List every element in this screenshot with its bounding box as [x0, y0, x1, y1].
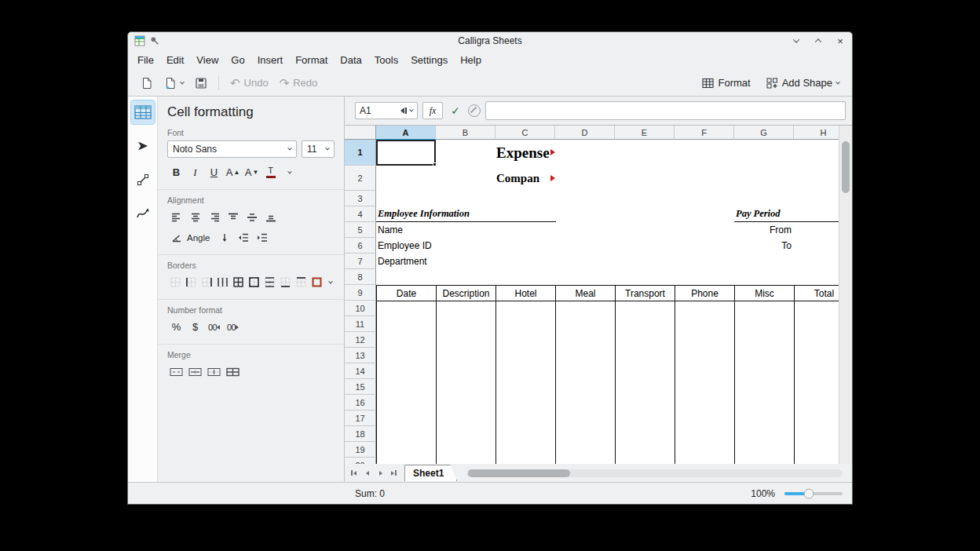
chevron-down-icon[interactable]: [409, 108, 414, 112]
row-header-15[interactable]: 15: [345, 379, 376, 395]
cell-a4-employee-information[interactable]: Employee Information: [376, 206, 556, 222]
undo-button[interactable]: ↶ Undo: [225, 73, 273, 93]
merge-vertical-button[interactable]: [205, 363, 223, 381]
column-header-h[interactable]: H: [794, 126, 839, 140]
border-right-button[interactable]: [199, 273, 214, 291]
decrease-indent-button[interactable]: [234, 228, 252, 246]
italic-button[interactable]: I: [186, 163, 204, 181]
menu-format[interactable]: Format: [289, 52, 334, 68]
font-color-button[interactable]: T: [261, 163, 280, 181]
align-left-button[interactable]: [167, 208, 185, 226]
formula-input[interactable]: [485, 101, 846, 120]
cell-c1-title[interactable]: Expense: [495, 140, 555, 166]
add-shape-button[interactable]: Add Shape: [762, 73, 844, 93]
menu-insert[interactable]: Insert: [251, 52, 290, 68]
decrease-font-size-button[interactable]: A▼: [243, 163, 261, 181]
formula-fx-button[interactable]: fx: [422, 102, 443, 119]
bold-button[interactable]: B: [167, 163, 185, 181]
sheet-tab-sheet1[interactable]: Sheet1: [404, 465, 457, 481]
column-header-f[interactable]: F: [675, 126, 734, 140]
underline-button[interactable]: U: [205, 163, 223, 181]
menu-data[interactable]: Data: [334, 52, 368, 68]
table-header-misc[interactable]: Misc: [734, 286, 794, 301]
selection-handle[interactable]: [433, 162, 437, 166]
row-header-11[interactable]: 11: [345, 316, 376, 332]
increase-precision-button[interactable]: 00: [224, 318, 242, 336]
align-right-button[interactable]: [205, 208, 223, 226]
font-size-select[interactable]: 11: [302, 140, 335, 158]
save-button[interactable]: [190, 73, 212, 93]
align-center-button[interactable]: [186, 208, 204, 226]
table-header-total[interactable]: Total: [794, 286, 839, 301]
border-outline-button[interactable]: [246, 273, 261, 291]
horizontal-scrollbar[interactable]: [466, 469, 843, 477]
vertical-scrollbar-thumb[interactable]: [842, 141, 850, 193]
add-shape-dropdown-icon[interactable]: [836, 79, 840, 84]
border-all-button[interactable]: [230, 273, 246, 291]
row-header-10[interactable]: 10: [345, 301, 376, 316]
table-header-phone[interactable]: Phone: [675, 286, 734, 301]
zoom-slider-handle[interactable]: [804, 488, 814, 498]
decrease-precision-button[interactable]: 00: [205, 318, 223, 336]
align-bottom-button[interactable]: [261, 208, 280, 226]
merge-horizontal-button[interactable]: [186, 363, 204, 381]
row-header-2[interactable]: 2: [345, 166, 376, 191]
minimize-button[interactable]: [791, 35, 802, 46]
align-top-button[interactable]: [224, 208, 242, 226]
table-header-transport[interactable]: Transport: [615, 286, 675, 301]
border-color-button[interactable]: [309, 273, 324, 291]
unmerge-cells-button[interactable]: [224, 363, 242, 381]
row-header-8[interactable]: 8: [345, 269, 376, 285]
table-header-date[interactable]: Date: [376, 286, 436, 301]
border-horizontal-button[interactable]: [261, 273, 277, 291]
font-more-dropdown[interactable]: [280, 163, 298, 181]
vertical-scrollbar[interactable]: [839, 126, 852, 464]
row-header-9[interactable]: 9: [345, 285, 376, 301]
menu-tools[interactable]: Tools: [368, 52, 404, 68]
menu-edit[interactable]: Edit: [160, 52, 190, 68]
last-sheet-button[interactable]: [388, 467, 400, 479]
table-header-meal[interactable]: Meal: [555, 286, 615, 301]
vertical-text-button[interactable]: [215, 228, 233, 246]
close-button[interactable]: ×: [835, 35, 846, 46]
border-more-dropdown[interactable]: [324, 273, 337, 291]
cell-g6-to[interactable]: To: [734, 238, 794, 254]
cell-a5-name[interactable]: Name: [376, 222, 470, 238]
row-header-20[interactable]: 20: [345, 458, 376, 464]
menu-view[interactable]: View: [190, 52, 225, 68]
row-header-4[interactable]: 4: [345, 206, 376, 222]
percent-format-button[interactable]: %: [167, 318, 185, 336]
row-header-5[interactable]: 5: [345, 222, 376, 238]
cell-g4-pay-period[interactable]: Pay Period: [734, 206, 839, 222]
confirm-entry-button[interactable]: ✓: [448, 103, 463, 119]
cell-tools-button[interactable]: [131, 100, 155, 124]
menu-settings[interactable]: Settings: [404, 52, 454, 68]
row-header-18[interactable]: 18: [345, 426, 376, 442]
border-top-button[interactable]: [293, 273, 309, 291]
table-header-description[interactable]: Description: [436, 286, 495, 301]
horizontal-scrollbar-thumb[interactable]: [468, 469, 570, 477]
row-header-7[interactable]: 7: [345, 254, 376, 269]
increase-indent-button[interactable]: [253, 228, 271, 246]
sheet-grid[interactable]: A B C D E F G H 1 2 3 4 5: [345, 126, 839, 464]
redo-button[interactable]: ↷ Redo: [275, 73, 323, 93]
maximize-button[interactable]: [813, 35, 824, 46]
column-header-a[interactable]: A: [376, 126, 436, 140]
row-header-3[interactable]: 3: [345, 191, 376, 206]
cell-a7-department[interactable]: Department: [376, 254, 470, 269]
menu-help[interactable]: Help: [454, 52, 488, 68]
font-family-select[interactable]: Noto Sans: [167, 140, 297, 158]
table-header-hotel[interactable]: Hotel: [495, 286, 555, 301]
row-header-13[interactable]: 13: [345, 348, 376, 363]
menu-go[interactable]: Go: [225, 52, 250, 68]
cell-reference-box[interactable]: A1: [355, 102, 418, 119]
open-document-button[interactable]: [159, 73, 188, 93]
border-none-button[interactable]: [167, 273, 183, 291]
open-dropdown-icon[interactable]: [180, 79, 185, 84]
cell-g5-from[interactable]: From: [734, 222, 794, 238]
row-header-14[interactable]: 14: [345, 363, 376, 379]
zoom-slider[interactable]: [784, 492, 843, 495]
row-header-12[interactable]: 12: [345, 332, 376, 348]
connector-tool-button[interactable]: [131, 168, 155, 192]
border-vertical-button[interactable]: [214, 273, 230, 291]
